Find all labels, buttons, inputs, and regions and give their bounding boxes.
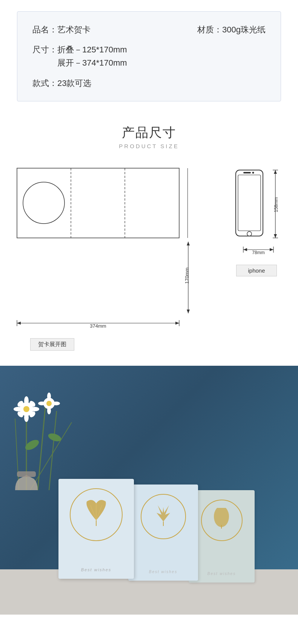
phone-diagram-wrapper: 158mm 78mm iphone [215,164,290,276]
leaf-icon [152,503,175,530]
phone-height-arrow-svg: 158mm [270,164,281,244]
height-arrow-svg: 170mm [184,238,192,317]
svg-point-53 [52,402,60,405]
name-label: 品名： [32,23,57,36]
svg-rect-15 [238,175,261,231]
svg-text:374mm: 374mm [90,323,106,328]
material-label: 材质： [197,23,222,36]
product-info-section: 品名： 艺术贺卡 材质： 300g珠光纸 尺寸： 折叠－125*170mm 展开… [0,0,298,113]
greeting-card-2: Best wishes [128,485,198,581]
card-svg-container [8,164,181,317]
card-diagram-wrapper: 170mm 374mm 贺卡展开图 [8,164,215,351]
card-diagram-svg [8,164,181,244]
svg-marker-5 [187,242,190,245]
phone-width-arrow-svg: 78mm [240,244,281,255]
phone-svg [232,164,270,244]
width-dimension-row: 374mm [8,318,181,330]
size-open: 展开－374*170mm [57,56,127,69]
svg-point-61 [214,508,229,527]
height-dimension: 170mm [181,164,194,317]
photo-background: Best wishes Best wishes [0,366,298,615]
material-value: 300g珠光纸 [222,23,266,36]
svg-marker-21 [274,234,277,238]
card-diagram-area: 170mm [8,164,194,317]
greeting-card-1: Best wishes [58,479,134,579]
style-row: 款式： 23款可选 [32,77,266,90]
round-leaf-icon [211,508,232,532]
phone-height-dimension: 158mm [270,164,281,244]
svg-text:158mm: 158mm [273,197,279,212]
svg-point-50 [47,393,51,400]
phone-label-wrapper: iphone [236,260,276,276]
best-wishes-text-2: Best wishes [149,570,177,574]
svg-marker-26 [243,248,247,251]
svg-text:78mm: 78mm [252,250,264,255]
svg-point-51 [47,407,51,414]
svg-line-32 [38,407,45,490]
svg-rect-16 [243,172,251,173]
card-circle-3 [201,500,243,541]
flowers-decoration [0,370,117,490]
svg-marker-27 [270,248,273,251]
greeting-card-3: Best wishes [189,490,255,583]
svg-point-18 [247,232,252,236]
svg-marker-10 [175,322,179,325]
card-label-wrapper: 贺卡展开图 [19,334,74,351]
style-value: 23款可选 [57,77,91,90]
section-title-cn: 产品尺寸 [0,124,298,141]
card-circle-1 [70,488,123,541]
svg-point-49 [46,401,52,406]
card-label: 贺卡展开图 [30,338,74,351]
svg-point-43 [30,407,39,411]
svg-text:170mm: 170mm [184,267,190,284]
svg-point-39 [23,406,29,412]
diagram-section: 170mm 374mm 贺卡展开图 [0,157,298,366]
svg-marker-6 [187,310,190,313]
svg-marker-9 [17,322,21,325]
phone-label: iphone [236,265,276,276]
size-folded: 折叠－125*170mm [57,43,127,56]
name-material-row: 品名： 艺术贺卡 材质： 300g珠光纸 [32,23,266,36]
width-arrow-svg: 374mm [8,318,181,328]
card-circle-2 [141,494,186,539]
name-value: 艺术贺卡 [57,23,91,36]
size-row: 尺寸： 折叠－125*170mm 展开－374*170mm [32,43,266,69]
product-info-box: 品名： 艺术贺卡 材质： 300g珠光纸 尺寸： 折叠－125*170mm 展开… [17,11,281,101]
size-label: 尺寸： [32,43,57,56]
svg-rect-14 [236,170,263,236]
svg-rect-0 [17,168,179,238]
best-wishes-text-1: Best wishes [81,567,112,572]
svg-point-17 [252,172,254,173]
section-title-en: PRODUCT SIZE [0,143,298,149]
svg-point-3 [23,182,65,224]
svg-point-40 [24,396,29,405]
best-wishes-text-3: Best wishes [207,572,236,576]
svg-rect-54 [17,471,36,477]
style-label: 款式： [32,77,57,90]
product-size-section: 产品尺寸 PRODUCT SIZE [0,113,298,157]
phone-diagram-area: 158mm [232,164,281,244]
svg-point-41 [24,413,29,422]
ginkgo-icon [83,500,109,530]
phone-width-dimension: 78mm [236,244,277,256]
svg-line-33 [49,411,57,490]
svg-line-34 [15,419,19,490]
svg-point-42 [14,407,23,411]
photo-section: Best wishes Best wishes [0,366,298,615]
svg-marker-20 [274,170,277,174]
svg-point-52 [38,402,46,405]
